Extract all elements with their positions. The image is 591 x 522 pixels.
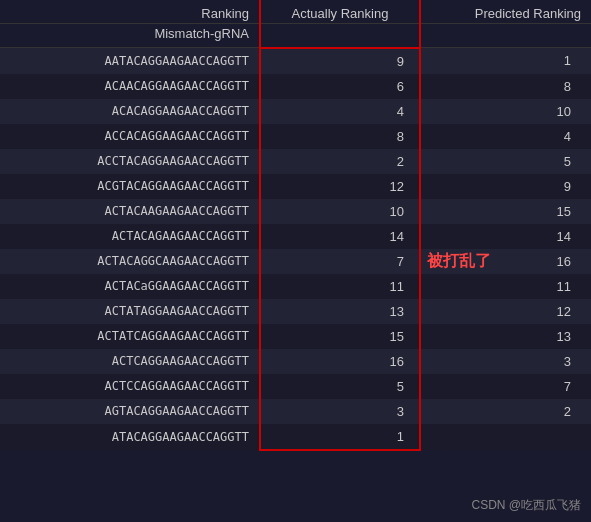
- table-row: ACACAGGAAGAACCAGGTT410: [0, 99, 591, 124]
- cell-actually: 13: [260, 299, 420, 324]
- cell-actually: 4: [260, 99, 420, 124]
- cell-predicted: 9: [420, 174, 591, 199]
- cell-predicted: 1: [420, 48, 591, 74]
- cell-predicted: [420, 424, 591, 450]
- cell-actually: 2: [260, 149, 420, 174]
- cell-sequence: ACTACAGGCAAGAACCAGGTT: [0, 249, 260, 274]
- th-mismatch: Mismatch-gRNA: [0, 24, 260, 48]
- cell-sequence: AGTACAGGAAGAACCAGGTT: [0, 399, 260, 424]
- cell-sequence: ACCACAGGAAGAACCAGGTT: [0, 124, 260, 149]
- ranking-table: Ranking Actually Ranking Predicted Ranki…: [0, 0, 591, 451]
- th-predicted-sub: [420, 24, 591, 48]
- cell-sequence: ACTACaGGAAGAACCAGGTT: [0, 274, 260, 299]
- table-row: ACTATCAGGAAGAACCAGGTT1513: [0, 324, 591, 349]
- cell-actually: 14: [260, 224, 420, 249]
- table-row: AGTACAGGAAGAACCAGGTT32: [0, 399, 591, 424]
- cell-predicted: 7: [420, 374, 591, 399]
- th-actually-sub: [260, 24, 420, 48]
- cell-sequence: ACTATAGGAAGAACCAGGTT: [0, 299, 260, 324]
- table-body: AATACAGGAAGAACCAGGTT91ACAACAGGAAGAACCAGG…: [0, 48, 591, 450]
- table-row: ACTACAAGAAGAACCAGGTT1015: [0, 199, 591, 224]
- cell-sequence: ACTCAGGAAGAACCAGGTT: [0, 349, 260, 374]
- table-row: ACCTACAGGAAGAACCAGGTT25: [0, 149, 591, 174]
- cell-sequence: ACTACAAGAAGAACCAGGTT: [0, 199, 260, 224]
- cell-predicted: 3: [420, 349, 591, 374]
- table-row: ACAACAGGAAGAACCAGGTT68: [0, 74, 591, 99]
- cell-predicted: 14: [420, 224, 591, 249]
- table-row: ACTACaGGAAGAACCAGGTT1111: [0, 274, 591, 299]
- th-ranking: Ranking: [0, 0, 260, 24]
- cell-actually: 5: [260, 374, 420, 399]
- table-row: ACTCAGGAAGAACCAGGTT163: [0, 349, 591, 374]
- cell-sequence: ACTACAGAAGAACCAGGTT: [0, 224, 260, 249]
- cell-actually: 10: [260, 199, 420, 224]
- cell-sequence: ACGTACAGGAAGAACCAGGTT: [0, 174, 260, 199]
- table-row: ACTACAGAAGAACCAGGTT1414: [0, 224, 591, 249]
- cell-predicted: 5: [420, 149, 591, 174]
- cell-sequence: ACTCCAGGAAGAACCAGGTT: [0, 374, 260, 399]
- cell-predicted: 4: [420, 124, 591, 149]
- table-row: ACTATAGGAAGAACCAGGTT1312: [0, 299, 591, 324]
- table-row: ACGTACAGGAAGAACCAGGTT129: [0, 174, 591, 199]
- cell-actually: 7: [260, 249, 420, 274]
- header-row-1: Ranking Actually Ranking Predicted Ranki…: [0, 0, 591, 24]
- table-row: AATACAGGAAGAACCAGGTT91: [0, 48, 591, 74]
- cell-actually: 8: [260, 124, 420, 149]
- table-row: ACTACAGGCAAGAACCAGGTT716: [0, 249, 591, 274]
- cell-sequence: ATACAGGAAGAACCAGGTT: [0, 424, 260, 450]
- cell-actually: 15: [260, 324, 420, 349]
- cell-predicted: 16: [420, 249, 591, 274]
- main-container: Ranking Actually Ranking Predicted Ranki…: [0, 0, 591, 522]
- cell-actually: 9: [260, 48, 420, 74]
- cell-actually: 12: [260, 174, 420, 199]
- cell-sequence: ACCTACAGGAAGAACCAGGTT: [0, 149, 260, 174]
- cell-sequence: AATACAGGAAGAACCAGGTT: [0, 48, 260, 74]
- cell-actually: 11: [260, 274, 420, 299]
- cell-actually: 3: [260, 399, 420, 424]
- table-row: ACTCCAGGAAGAACCAGGTT57: [0, 374, 591, 399]
- cell-predicted: 8: [420, 74, 591, 99]
- cell-predicted: 15: [420, 199, 591, 224]
- cell-predicted: 12: [420, 299, 591, 324]
- csdn-watermark: CSDN @吃西瓜飞猪: [471, 497, 581, 514]
- cell-predicted: 11: [420, 274, 591, 299]
- header-row-2: Mismatch-gRNA: [0, 24, 591, 48]
- cell-actually: 16: [260, 349, 420, 374]
- cell-sequence: ACACAGGAAGAACCAGGTT: [0, 99, 260, 124]
- table-row: ACCACAGGAAGAACCAGGTT84: [0, 124, 591, 149]
- th-predicted: Predicted Ranking: [420, 0, 591, 24]
- cell-sequence: ACTATCAGGAAGAACCAGGTT: [0, 324, 260, 349]
- th-actually: Actually Ranking: [260, 0, 420, 24]
- cell-sequence: ACAACAGGAAGAACCAGGTT: [0, 74, 260, 99]
- cell-actually: 1: [260, 424, 420, 450]
- cell-predicted: 2: [420, 399, 591, 424]
- cell-predicted: 13: [420, 324, 591, 349]
- table-row: ATACAGGAAGAACCAGGTT1: [0, 424, 591, 450]
- cell-actually: 6: [260, 74, 420, 99]
- cell-predicted: 10: [420, 99, 591, 124]
